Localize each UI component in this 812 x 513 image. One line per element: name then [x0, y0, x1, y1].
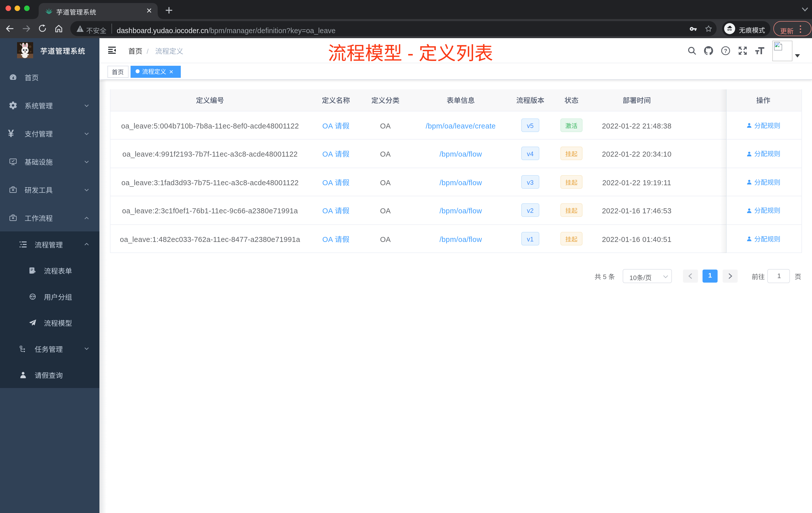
svg-text:?: ? [724, 48, 727, 54]
